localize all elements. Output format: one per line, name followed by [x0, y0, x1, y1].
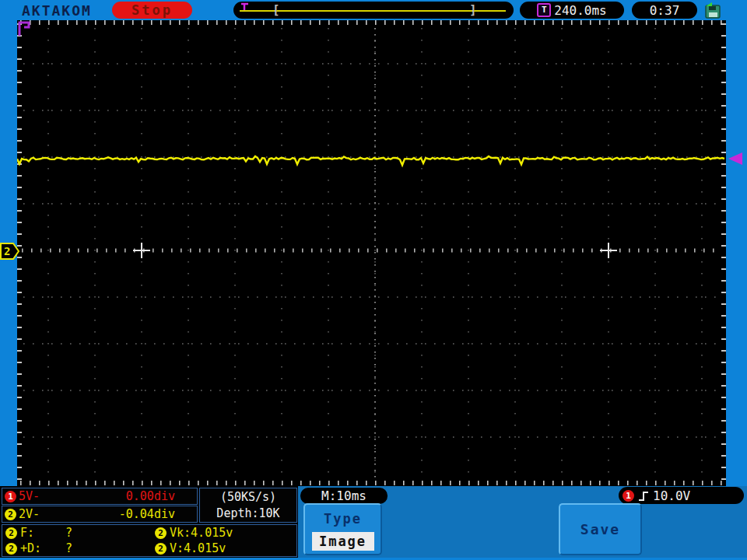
channel1-readout: 1 5V- 0.00div	[2, 488, 198, 505]
timebase-readout: M:10ms	[300, 488, 388, 504]
trigger-source-badge: 1	[622, 490, 634, 502]
waveform-display	[17, 20, 726, 486]
window-left-bracket[interactable]: [	[272, 2, 280, 17]
trigger-level-arrow[interactable]	[728, 152, 742, 165]
clock-readout: 0:37	[632, 2, 697, 19]
memory-depth: Depth:10K	[216, 506, 279, 522]
type-label: Type	[305, 511, 381, 527]
meas-ch-badge: 2	[5, 527, 17, 539]
channel2-position-marker[interactable]: 2	[0, 243, 20, 260]
sample-rate: (50KS/s)	[220, 489, 276, 506]
right-bezel	[726, 20, 747, 486]
meas-label: Vk:	[170, 526, 191, 540]
meas-value: ?	[65, 541, 72, 555]
type-menu-button[interactable]: Type Image	[303, 503, 382, 555]
channel2-offset: -0.04div	[119, 507, 175, 521]
trigger-horizontal-corner-marker	[18, 21, 30, 37]
run-state-label: Stop	[132, 2, 173, 18]
type-selected-value[interactable]: Image	[312, 532, 374, 551]
meas-value: ?	[65, 526, 72, 540]
measurement-duty: 2 +D: ?	[5, 541, 155, 555]
timebase-value: M:10ms	[321, 488, 366, 503]
save-button[interactable]: Save	[559, 503, 642, 555]
meas-label: V:	[170, 541, 184, 555]
meas-ch-badge: 2	[155, 543, 167, 555]
trigger-level-value: 10.0V	[653, 488, 690, 503]
clock-value: 0:37	[650, 3, 680, 18]
meas-ch-badge: 2	[5, 543, 17, 555]
channel1-badge: 1	[5, 491, 16, 502]
record-position-indicator: [ ]	[233, 2, 514, 19]
save-label: Save	[580, 521, 620, 537]
channel2-scale: 2V-	[19, 507, 40, 521]
trigger-level-readout: 1 10.0V	[619, 487, 744, 504]
trigger-time-value: 240.0ms	[554, 3, 606, 18]
usb-storage-icon	[703, 2, 723, 19]
meas-value: 4.015v	[191, 526, 233, 540]
svg-text:2: 2	[4, 245, 10, 257]
channel2-badge: 2	[5, 509, 16, 520]
trigger-position-marker[interactable]	[240, 2, 251, 11]
top-status-bar: AKTAKOM Stop [ ] T 240.0ms 0:37	[0, 0, 747, 20]
measurement-vk: 2 Vk: 4.015v	[155, 526, 296, 540]
graticule	[17, 20, 726, 486]
channel1-scale: 5V-	[19, 489, 40, 503]
meas-label: F:	[20, 526, 65, 540]
run-state-badge: Stop	[112, 2, 192, 19]
meas-label: +D:	[20, 541, 65, 555]
meas-value: 4.015v	[184, 541, 226, 555]
measurement-v: 2 V: 4.015v	[155, 541, 296, 555]
acquisition-readout: (50KS/s) Depth:10K	[199, 488, 297, 523]
channel1-offset: 0.00div	[126, 489, 175, 503]
trigger-time-readout: T 240.0ms	[520, 2, 624, 19]
measurements-box: 2 F: ? 2 Vk: 4.015v 2 +D: ? 2 V: 4.015v	[2, 524, 297, 557]
channel2-trace	[17, 156, 724, 165]
brand-logo: AKTAKOM	[22, 2, 92, 19]
window-right-bracket[interactable]: ]	[469, 2, 477, 17]
measurement-frequency: 2 F: ?	[5, 526, 155, 540]
trigger-t-icon: T	[537, 3, 551, 17]
channel2-readout: 2 2V- -0.04div	[2, 506, 198, 523]
rising-edge-icon	[638, 490, 649, 502]
meas-ch-badge: 2	[155, 527, 167, 539]
